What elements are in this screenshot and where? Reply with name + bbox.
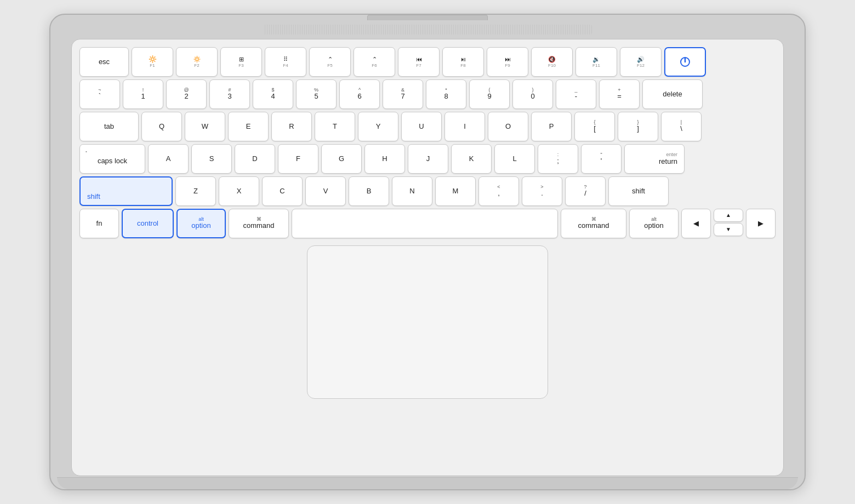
key-arrow-up[interactable]: ▲ [714,209,743,222]
key-arrow-left[interactable]: ◀ [681,209,711,238]
key-k[interactable]: K [451,144,492,174]
key-esc[interactable]: esc [79,47,129,77]
qwerty-row: tab Q W E R T Y U I O P { [ } ] | \ [79,112,776,141]
key-z[interactable]: Z [175,176,216,206]
number-row: ~ ` ! 1 @ 2 # 3 $ 4 % 5 [79,79,776,109]
key-equals[interactable]: + = [599,79,640,109]
fn-row: esc 🔆 F1 🔅 F2 ⊞ F3 ⠿ F4 [79,47,776,77]
hinge [367,15,488,20]
key-f2[interactable]: 🔅 F2 [176,47,218,77]
key-j[interactable]: J [408,144,448,174]
key-period[interactable]: > . [522,176,562,206]
key-w[interactable]: W [185,112,225,141]
key-f12[interactable]: 🔊 F12 [620,47,662,77]
key-g[interactable]: G [321,144,362,174]
key-6[interactable]: ^ 6 [339,79,380,109]
modifier-row: fn control alt option ⌘ command ⌘ comman… [79,209,776,238]
key-f7[interactable]: ⏮ F7 [398,47,440,77]
key-c[interactable]: C [262,176,303,206]
key-x[interactable]: X [219,176,259,206]
key-f4[interactable]: ⠿ F4 [265,47,306,77]
key-8[interactable]: * 8 [426,79,466,109]
key-command-left[interactable]: ⌘ command [229,209,289,238]
key-h[interactable]: H [364,144,405,174]
key-p[interactable]: P [531,112,572,141]
key-r[interactable]: R [271,112,312,141]
shift-row: shift Z X C V B N M < , > . ? / shift [79,176,776,206]
key-d[interactable]: D [235,144,275,174]
key-option-left[interactable]: alt option [176,209,226,238]
key-q[interactable]: Q [141,112,182,141]
key-3[interactable]: # 3 [209,79,250,109]
key-power[interactable] [664,47,706,77]
key-arrow-down[interactable]: ▼ [714,223,743,236]
key-f1[interactable]: 🔆 F1 [132,47,173,77]
key-semicolon[interactable]: : ; [538,144,578,174]
key-f[interactable]: F [278,144,318,174]
keyboard-area: esc 🔆 F1 🔅 F2 ⊞ F3 ⠿ F4 [71,39,784,476]
key-space[interactable] [292,209,558,238]
key-f9[interactable]: ⏭ F9 [487,47,528,77]
key-fn[interactable]: fn [79,209,119,238]
key-quote[interactable]: " ' [581,144,622,174]
key-f11[interactable]: 🔉 F11 [575,47,617,77]
key-5[interactable]: % 5 [296,79,337,109]
key-delete[interactable]: delete [642,79,703,109]
key-backtick[interactable]: ~ ` [79,79,120,109]
key-l[interactable]: L [494,144,535,174]
key-b[interactable]: B [349,176,389,206]
key-7[interactable]: & 7 [383,79,423,109]
laptop-body: esc 🔆 F1 🔅 F2 ⊞ F3 ⠿ F4 [49,14,806,490]
key-0[interactable]: ) 0 [512,79,553,109]
key-backslash[interactable]: | \ [661,112,702,141]
home-row: • caps lock A S D F G H J K L : ; " ' en… [79,144,776,174]
key-rbracket[interactable]: } ] [618,112,658,141]
key-t[interactable]: T [315,112,355,141]
key-slash[interactable]: ? / [565,176,606,206]
laptop-bottom [57,477,798,489]
speaker-grille-top [263,25,592,35]
key-i[interactable]: I [444,112,485,141]
key-control[interactable]: control [122,209,174,238]
key-u[interactable]: U [401,112,442,141]
key-4[interactable]: $ 4 [253,79,293,109]
arrow-up-down-group: ▲ ▼ [714,209,743,238]
key-m[interactable]: M [435,176,476,206]
key-capslock[interactable]: • caps lock [79,144,145,174]
key-minus[interactable]: _ - [556,79,596,109]
key-n[interactable]: N [392,176,432,206]
trackpad[interactable] [307,245,548,399]
key-2[interactable]: @ 2 [166,79,207,109]
key-tab[interactable]: tab [79,112,139,141]
key-9[interactable]: ( 9 [469,79,510,109]
key-y[interactable]: Y [358,112,398,141]
key-s[interactable]: S [191,144,232,174]
key-a[interactable]: A [148,144,189,174]
key-shift-left[interactable]: shift [79,176,173,206]
key-1[interactable]: ! 1 [123,79,163,109]
key-arrow-right[interactable]: ▶ [746,209,776,238]
trackpad-area [79,245,776,399]
key-v[interactable]: V [305,176,346,206]
key-f6[interactable]: ⌃ F6 [354,47,395,77]
power-icon [679,56,691,68]
key-f8[interactable]: ⏯ F8 [442,47,484,77]
key-e[interactable]: E [228,112,269,141]
key-return[interactable]: enter return [624,144,685,174]
key-f10[interactable]: 🔇 F10 [531,47,573,77]
key-comma[interactable]: < , [478,176,519,206]
key-option-right[interactable]: alt option [629,209,679,238]
key-lbracket[interactable]: { [ [574,112,615,141]
key-f5[interactable]: ⌃ F5 [309,47,351,77]
key-o[interactable]: O [488,112,528,141]
key-f3[interactable]: ⊞ F3 [220,47,262,77]
key-shift-right[interactable]: shift [608,176,669,206]
key-command-right[interactable]: ⌘ command [561,209,626,238]
